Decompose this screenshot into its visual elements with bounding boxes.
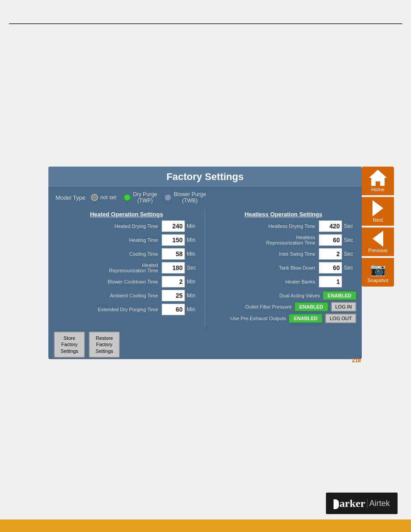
model-type-label: Model Type bbox=[56, 194, 86, 201]
bottom-buttons-row: StoreFactorySettings RestoreFactorySetti… bbox=[48, 329, 362, 359]
model-type-row: Model Type not set Dry Purge(TWP) Blower… bbox=[48, 188, 362, 207]
blower-cooldown-input[interactable] bbox=[162, 276, 185, 287]
heating-time-unit: Min bbox=[187, 237, 199, 243]
ambient-cooling-row: Ambient Cooling Time Min bbox=[54, 290, 199, 301]
home-label: Home bbox=[371, 187, 384, 192]
radio-not-set[interactable]: not set bbox=[91, 194, 116, 201]
store-factory-settings-button[interactable]: StoreFactorySettings bbox=[54, 331, 85, 358]
heater-banks-label: Heater Banks bbox=[210, 279, 317, 284]
inlet-swing-label: Inlet Swing Time bbox=[210, 251, 317, 257]
settings-columns: Heated Operation Settings Heated Drying … bbox=[48, 207, 362, 329]
snapshot-label: Snapshot bbox=[368, 278, 388, 283]
heating-time-label: Heating Time bbox=[54, 237, 160, 243]
dual-acting-row: Dual Acting Valves ENABLED bbox=[210, 291, 356, 300]
tank-blow-down-unit: Sec bbox=[344, 265, 356, 271]
extended-dry-purging-unit: Min bbox=[187, 306, 199, 313]
sidebar: Home Next Previous 📷 Snapshot bbox=[362, 167, 394, 287]
heated-settings-column: Heated Operation Settings Heated Drying … bbox=[48, 209, 205, 327]
snapshot-button[interactable]: 📷 Snapshot bbox=[362, 258, 394, 287]
extended-dry-purging-label: Extended Dry Purging Time bbox=[54, 307, 160, 312]
outlet-filter-enabled-button[interactable]: ENABLED bbox=[295, 302, 328, 311]
heated-repressurization-unit: Sec bbox=[187, 265, 199, 271]
prev-arrow-icon bbox=[372, 231, 383, 247]
parker-logo-text: arker Airtek bbox=[334, 498, 390, 510]
heatless-repressurization-row: HeatlessRepressurization Time Sec bbox=[210, 234, 356, 246]
login-button[interactable]: LOG IN bbox=[331, 302, 356, 312]
top-divider bbox=[9, 23, 402, 24]
heatless-drying-time-unit: Sec bbox=[344, 223, 356, 229]
cooling-time-input[interactable] bbox=[162, 248, 185, 260]
cooling-time-row: Cooling Time Min bbox=[54, 248, 199, 260]
previous-label: Previous bbox=[368, 248, 388, 253]
radio-not-set-label: not set bbox=[100, 194, 116, 201]
radio-dry-purge[interactable]: Dry Purge(TWP) bbox=[124, 191, 157, 204]
heater-banks-input[interactable] bbox=[319, 276, 342, 287]
heating-time-row: Heating Time Min bbox=[54, 234, 199, 246]
blower-cooldown-unit: Min bbox=[187, 279, 199, 285]
ambient-cooling-label: Ambient Cooling Time bbox=[54, 293, 160, 298]
radio-blower-purge-circle bbox=[164, 194, 171, 201]
tank-blow-down-row: Tank Blow Down Sec bbox=[210, 262, 356, 274]
heatless-repressurization-input[interactable] bbox=[319, 234, 342, 246]
next-label: Next bbox=[373, 217, 383, 223]
heated-drying-time-input[interactable] bbox=[162, 220, 185, 232]
inlet-swing-input[interactable] bbox=[319, 248, 342, 260]
extended-dry-purging-row: Extended Dry Purging Time Min bbox=[54, 304, 199, 315]
heatless-repressurization-unit: Sec bbox=[344, 237, 356, 243]
radio-group: not set Dry Purge(TWP) Blower Purge(TWB) bbox=[91, 191, 206, 204]
page-number: 218 bbox=[352, 357, 361, 364]
restore-factory-settings-button[interactable]: RestoreFactorySettings bbox=[89, 331, 120, 358]
heated-repressurization-row: HeatedRepressurization Time Sec bbox=[54, 262, 199, 274]
parker-airtek-logo: arker Airtek bbox=[326, 493, 398, 514]
heatless-drying-time-label: Heatless Drying Time bbox=[210, 223, 317, 229]
blower-cooldown-label: Blower Cooldown Time bbox=[54, 279, 160, 284]
dual-acting-label: Dual Acting Valves bbox=[210, 293, 320, 298]
inlet-swing-row: Inlet Swing Time Sec bbox=[210, 248, 356, 260]
airtek-text: Airtek bbox=[367, 499, 390, 508]
heated-repressurization-label: HeatedRepressurization Time bbox=[54, 262, 160, 273]
tank-blow-down-input[interactable] bbox=[319, 262, 342, 274]
heatless-drying-time-input[interactable] bbox=[319, 220, 342, 232]
heatless-settings-header: Heatless Operation Settings bbox=[210, 211, 356, 218]
pre-exhaust-row: Use Pre-Exhaust Outputs ENABLED LOG OUT bbox=[210, 313, 356, 323]
ambient-cooling-unit: Min bbox=[187, 292, 199, 299]
factory-settings-panel: Factory Settings Model Type not set Dry … bbox=[48, 167, 362, 359]
next-arrow-icon bbox=[372, 200, 383, 216]
home-button[interactable]: Home bbox=[362, 167, 394, 195]
radio-blower-purge-label: Blower Purge(TWB) bbox=[174, 191, 206, 204]
pre-exhaust-label: Use Pre-Exhaust Outputs bbox=[210, 316, 286, 321]
radio-not-set-circle bbox=[91, 194, 98, 201]
heatless-drying-time-row: Heatless Drying Time Sec bbox=[210, 220, 356, 232]
heated-drying-time-label: Heated Drying Time bbox=[54, 223, 160, 229]
logout-button[interactable]: LOG OUT bbox=[325, 313, 356, 323]
bottom-bar bbox=[0, 519, 411, 532]
outlet-filter-row: Outlet Filter Pressure ENABLED LOG IN bbox=[210, 302, 356, 312]
heating-time-input[interactable] bbox=[162, 234, 185, 246]
inlet-swing-unit: Sec bbox=[344, 251, 356, 257]
heatless-settings-column: Heatless Operation Settings Heatless Dry… bbox=[205, 209, 362, 327]
pre-exhaust-enabled-button[interactable]: ENABLED bbox=[289, 314, 322, 323]
heatless-repressurization-label: HeatlessRepressurization Time bbox=[210, 235, 317, 245]
camera-icon: 📷 bbox=[370, 262, 386, 277]
next-button[interactable]: Next bbox=[362, 197, 394, 226]
outlet-filter-label: Outlet Filter Pressure bbox=[210, 304, 292, 309]
previous-button[interactable]: Previous bbox=[362, 227, 394, 256]
radio-dry-purge-circle bbox=[124, 194, 131, 201]
radio-blower-purge[interactable]: Blower Purge(TWB) bbox=[164, 191, 206, 204]
ambient-cooling-input[interactable] bbox=[162, 290, 185, 301]
extended-dry-purging-input[interactable] bbox=[162, 304, 185, 315]
heated-repressurization-input[interactable] bbox=[162, 262, 185, 274]
radio-dry-purge-label: Dry Purge(TWP) bbox=[133, 191, 157, 204]
heated-drying-time-row: Heated Drying Time Min bbox=[54, 220, 199, 232]
tank-blow-down-label: Tank Blow Down bbox=[210, 265, 317, 270]
dual-acting-enabled-button[interactable]: ENABLED bbox=[323, 291, 356, 300]
blower-cooldown-row: Blower Cooldown Time Min bbox=[54, 276, 199, 287]
heated-settings-header: Heated Operation Settings bbox=[54, 211, 199, 218]
cooling-time-unit: Min bbox=[187, 251, 199, 257]
cooling-time-label: Cooling Time bbox=[54, 251, 160, 257]
panel-title: Factory Settings bbox=[48, 167, 362, 188]
heated-drying-time-unit: Min bbox=[187, 223, 199, 229]
heater-banks-row: Heater Banks bbox=[210, 276, 356, 287]
